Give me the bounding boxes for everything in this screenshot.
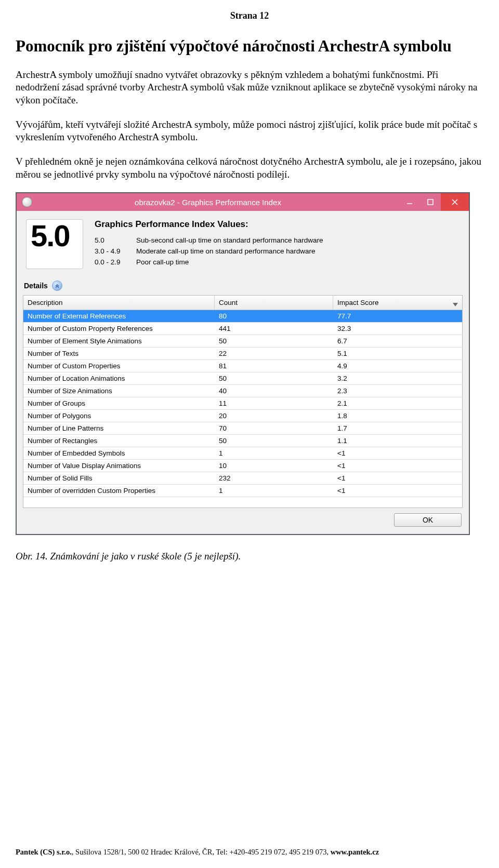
- score-box: 5.0: [26, 219, 83, 269]
- cell-impact-score: 2.3: [333, 385, 462, 397]
- table-row[interactable]: Number of Element Style Animations506.7: [23, 335, 462, 348]
- cell-count: 441: [215, 323, 333, 335]
- col-header-description[interactable]: Description: [23, 296, 215, 310]
- details-grid: Description Count Impact Score Number of…: [23, 295, 463, 508]
- legend-row: 5.0 Sub-second call-up time on standard …: [95, 235, 459, 246]
- gpi-heading: Graphics Performance Index Values:: [95, 219, 459, 230]
- cell-impact-score: 6.7: [333, 335, 462, 347]
- cell-impact-score: <1: [333, 460, 462, 472]
- cell-count: 1: [215, 485, 333, 497]
- table-row[interactable]: Number of Solid Fills232<1: [23, 472, 462, 485]
- cell-description: Number of Solid Fills: [23, 472, 215, 484]
- cell-description: Number of Line Patterns: [23, 422, 215, 434]
- cell-impact-score: <1: [333, 485, 462, 497]
- table-row[interactable]: Number of Custom Properties814.9: [23, 360, 462, 372]
- table-row[interactable]: Number of Texts225.1: [23, 348, 462, 360]
- cell-description: Number of Custom Property References: [23, 323, 215, 335]
- cell-count: 70: [215, 422, 333, 434]
- footer-company: Pantek (CS) s.r.o.: [16, 848, 72, 856]
- cell-impact-score: 3.2: [333, 372, 462, 384]
- minimize-button[interactable]: [399, 193, 420, 211]
- gpi-window: obrazovka2 - Graphics Performance Index …: [16, 192, 470, 535]
- cell-description: Number of Texts: [23, 348, 215, 359]
- cell-description: Number of Element Style Animations: [23, 335, 215, 347]
- legend-desc: Sub-second call-up time on standard perf…: [136, 236, 323, 244]
- paragraph-2: Vývojářům, kteří vytvářejí složité Arche…: [16, 118, 483, 144]
- cell-description: Number of overridden Custom Properties: [23, 485, 215, 497]
- cell-description: Number of Custom Properties: [23, 360, 215, 372]
- page-number: Strana 12: [16, 10, 483, 21]
- cell-description: Number of Groups: [23, 397, 215, 409]
- legend-row: 0.0 - 2.9 Poor call-up time: [95, 257, 459, 268]
- maximize-button[interactable]: [420, 193, 441, 211]
- cell-description: Number of Size Animations: [23, 385, 215, 397]
- cell-description: Number of Polygons: [23, 410, 215, 422]
- cell-impact-score: 1.1: [333, 435, 462, 447]
- legend-desc: Poor call-up time: [136, 258, 189, 266]
- col-header-count[interactable]: Count: [215, 296, 333, 310]
- table-row[interactable]: Number of Custom Property References4413…: [23, 323, 462, 335]
- col-header-impact-score[interactable]: Impact Score: [333, 296, 462, 310]
- ok-button[interactable]: OK: [394, 513, 462, 527]
- cell-count: 1: [215, 447, 333, 459]
- cell-count: 80: [215, 310, 333, 322]
- cell-count: 50: [215, 372, 333, 384]
- cell-impact-score: 32.3: [333, 323, 462, 335]
- table-row[interactable]: Number of overridden Custom Properties1<…: [23, 485, 462, 497]
- table-row[interactable]: Number of Location Animations503.2: [23, 372, 462, 385]
- table-row[interactable]: Number of Polygons201.8: [23, 410, 462, 422]
- cell-impact-score: 77.7: [333, 310, 462, 322]
- details-label: Details: [24, 282, 48, 290]
- details-toggle-button[interactable]: [52, 281, 62, 291]
- svg-rect-1: [428, 199, 433, 205]
- cell-impact-score: <1: [333, 472, 462, 484]
- legend-range: 0.0 - 2.9: [95, 258, 136, 266]
- legend-desc: Moderate call-up time on standard perfor…: [136, 247, 315, 255]
- figure-caption: Obr. 14. Známkování je jako v ruské škol…: [16, 551, 483, 562]
- cell-impact-score: 2.1: [333, 397, 462, 409]
- grid-header[interactable]: Description Count Impact Score: [23, 296, 462, 310]
- cell-description: Number of Embedded Symbols: [23, 447, 215, 459]
- paragraph-1: ArchestrA symboly umožňují snadno vytvář…: [16, 69, 483, 107]
- cell-count: 20: [215, 410, 333, 422]
- legend-range: 5.0: [95, 236, 136, 244]
- cell-description: Number of External References: [23, 310, 215, 322]
- table-row[interactable]: Number of Rectangles501.1: [23, 435, 462, 447]
- cell-description: Number of Rectangles: [23, 435, 215, 447]
- cell-impact-score: 5.1: [333, 348, 462, 359]
- cell-count: 22: [215, 348, 333, 359]
- table-row[interactable]: Number of Embedded Symbols1<1: [23, 447, 462, 460]
- paragraph-3: V přehledném okně je nejen oznámkována c…: [16, 155, 483, 181]
- svg-marker-4: [453, 303, 458, 306]
- footer-site: www.pantek.cz: [331, 848, 379, 856]
- sort-desc-icon: [453, 301, 458, 309]
- cell-count: 40: [215, 385, 333, 397]
- footer-address: , Sušilova 1528/1, 500 02 Hradec Králové…: [72, 848, 331, 856]
- cell-impact-score: 1.7: [333, 422, 462, 434]
- cell-impact-score: <1: [333, 447, 462, 459]
- table-row[interactable]: Number of Line Patterns701.7: [23, 422, 462, 435]
- window-title: obrazovka2 - Graphics Performance Index: [17, 198, 399, 207]
- col-header-impact-score-label: Impact Score: [337, 299, 379, 306]
- table-row[interactable]: Number of Groups112.1: [23, 397, 462, 410]
- cell-description: Number of Location Animations: [23, 372, 215, 384]
- cell-impact-score: 1.8: [333, 410, 462, 422]
- window-titlebar[interactable]: obrazovka2 - Graphics Performance Index: [17, 193, 469, 211]
- table-row[interactable]: Number of Value Display Animations10<1: [23, 460, 462, 472]
- window-body: 5.0 Graphics Performance Index Values: 5…: [17, 211, 469, 534]
- score-value: 5.0: [31, 221, 70, 251]
- cell-description: Number of Value Display Animations: [23, 460, 215, 472]
- table-row[interactable]: Number of External References8077.7: [23, 310, 462, 323]
- grid-blank-row: [23, 497, 462, 508]
- table-row[interactable]: Number of Size Animations402.3: [23, 385, 462, 397]
- page-footer: Pantek (CS) s.r.o., Sušilova 1528/1, 500…: [16, 848, 483, 857]
- cell-count: 10: [215, 460, 333, 472]
- cell-count: 81: [215, 360, 333, 372]
- cell-count: 50: [215, 335, 333, 347]
- legend-range: 3.0 - 4.9: [95, 247, 136, 255]
- cell-count: 232: [215, 472, 333, 484]
- close-button[interactable]: [441, 193, 469, 211]
- legend-row: 3.0 - 4.9 Moderate call-up time on stand…: [95, 246, 459, 257]
- cell-count: 11: [215, 397, 333, 409]
- cell-count: 50: [215, 435, 333, 447]
